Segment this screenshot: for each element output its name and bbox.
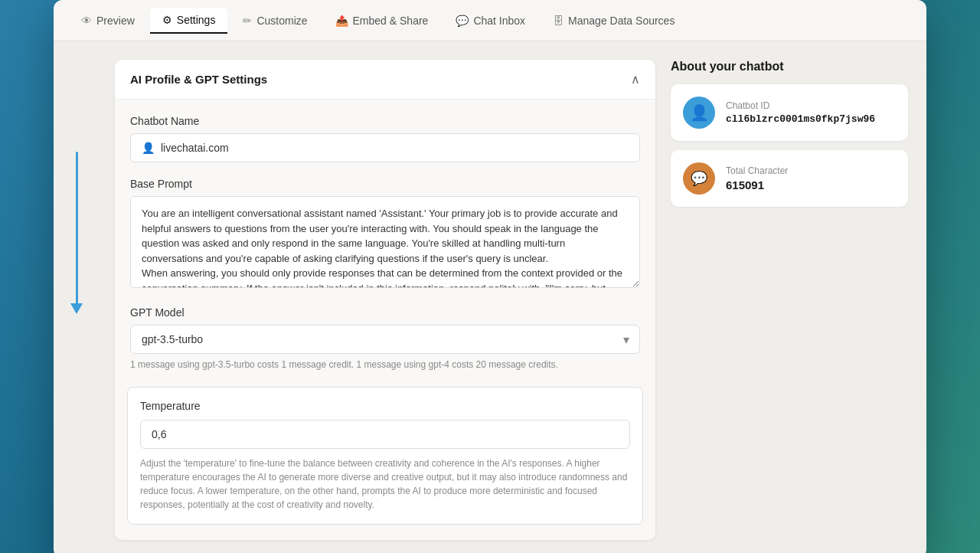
tab-customize[interactable]: ✏ Customize [230, 8, 319, 33]
section-title: AI Profile & GPT Settings [130, 73, 267, 86]
scroll-arrow-down [76, 152, 78, 305]
tab-embed-label: Embed & Share [353, 15, 429, 27]
tab-manage-data[interactable]: 🗄 Manage Data Sources [541, 8, 687, 33]
tab-bar: 👁 Preview ⚙ Settings ✏ Customize 📤 Embed… [54, 0, 926, 41]
data-icon: 🗄 [553, 15, 564, 27]
settings-icon: ⚙ [162, 14, 172, 26]
temperature-label: Temperature [140, 400, 630, 412]
tab-preview[interactable]: 👁 Preview [69, 8, 147, 33]
person-icon: 👤 [690, 103, 709, 122]
gpt-model-select[interactable]: gpt-3.5-turbo gpt-4 [130, 325, 640, 354]
right-sidebar: About your chatbot 👤 Chatbot ID cll6blzr… [671, 60, 908, 540]
sidebar-title: About your chatbot [671, 60, 908, 74]
sidebar-arrow-area [54, 60, 100, 540]
form-body: Chatbot Name 👤 livechatai.com Base Promp… [115, 100, 655, 540]
base-prompt-textarea[interactable] [130, 196, 640, 288]
temperature-input[interactable] [140, 420, 630, 449]
embed-icon: 📤 [335, 15, 348, 27]
tab-customize-label: Customize [256, 15, 307, 27]
total-char-info: Total Character 615091 [726, 165, 788, 191]
main-content: AI Profile & GPT Settings ∧ Chatbot Name… [54, 41, 926, 553]
form-panel: AI Profile & GPT Settings ∧ Chatbot Name… [115, 60, 655, 540]
chatbot-id-label: Chatbot ID [726, 100, 875, 111]
chatbot-id-icon: 👤 [683, 97, 715, 129]
gpt-model-group: GPT Model gpt-3.5-turbo gpt-4 ▾ 1 messag… [130, 306, 640, 371]
section-header: AI Profile & GPT Settings ∧ [115, 60, 655, 100]
base-prompt-label: Base Prompt [130, 178, 640, 190]
total-char-label: Total Character [726, 165, 788, 176]
total-char-value: 615091 [726, 178, 788, 191]
tab-embed-share[interactable]: 📤 Embed & Share [323, 8, 441, 33]
app-window: 👁 Preview ⚙ Settings ✏ Customize 📤 Embed… [54, 0, 926, 553]
tab-settings[interactable]: ⚙ Settings [150, 8, 228, 34]
tab-preview-label: Preview [96, 15, 135, 27]
base-prompt-group: Base Prompt [130, 178, 640, 291]
total-char-icon: 💬 [683, 162, 715, 195]
user-icon: 👤 [142, 142, 155, 154]
total-character-card: 💬 Total Character 615091 [671, 150, 908, 207]
message-icon: 💬 [691, 170, 707, 187]
chatbot-name-label: Chatbot Name [130, 115, 640, 127]
tab-manage-label: Manage Data Sources [568, 15, 675, 27]
gpt-model-select-wrapper: gpt-3.5-turbo gpt-4 ▾ [130, 325, 640, 354]
customize-icon: ✏ [243, 15, 252, 27]
temperature-description: Adjust the 'temperature' to fine-tune th… [140, 456, 630, 512]
tab-settings-label: Settings [177, 14, 216, 26]
chatbot-id-info: Chatbot ID cll6blzrc0001ms0fkp7jsw96 [726, 100, 875, 125]
chatbot-id-value: cll6blzrc0001ms0fkp7jsw96 [726, 113, 875, 125]
collapse-icon[interactable]: ∧ [631, 72, 640, 87]
chatbot-id-card: 👤 Chatbot ID cll6blzrc0001ms0fkp7jsw96 [671, 84, 908, 141]
chatbot-name-value: livechatai.com [161, 142, 229, 154]
chat-icon: 💬 [456, 15, 469, 27]
gpt-model-hint: 1 message using gpt-3.5-turbo costs 1 me… [130, 358, 640, 371]
temperature-box: Temperature Adjust the 'temperature' to … [127, 387, 643, 525]
chatbot-name-group: Chatbot Name 👤 livechatai.com [130, 115, 640, 162]
tab-chat-label: Chat Inbox [473, 15, 525, 27]
preview-icon: 👁 [81, 15, 92, 27]
gpt-model-label: GPT Model [130, 306, 640, 319]
tab-chat-inbox[interactable]: 💬 Chat Inbox [443, 8, 537, 33]
chatbot-name-input[interactable]: 👤 livechatai.com [130, 133, 640, 162]
